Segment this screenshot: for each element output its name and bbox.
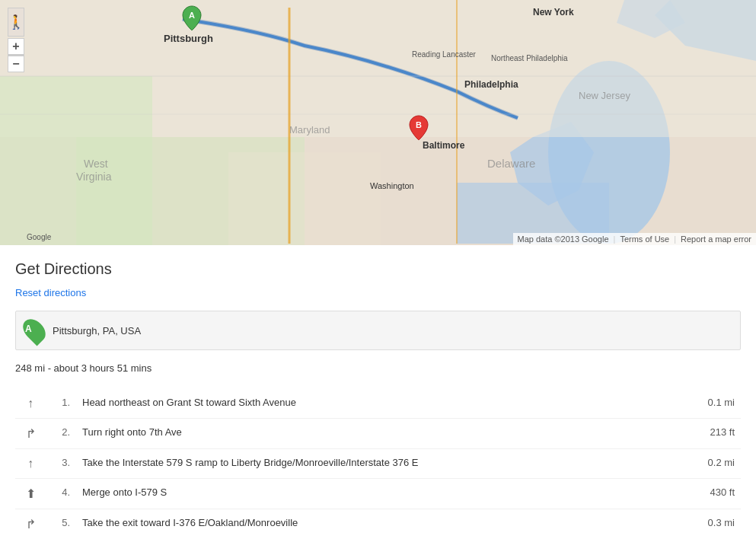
step-3-icon: ↑	[27, 457, 33, 470]
marker-a-icon	[18, 314, 49, 346]
step-distance: 0.1 mi	[674, 389, 741, 419]
step-icon-cell: ↱	[15, 509, 46, 540]
svg-text:West: West	[84, 158, 108, 170]
svg-text:B: B	[416, 120, 422, 129]
step-number: 1.	[46, 389, 76, 419]
map-data-text: Map data ©2013 Google	[518, 234, 609, 244]
table-row: ↑1.Head northeast on Grant St toward Six…	[15, 389, 741, 419]
svg-text:Northeast Philadelphia: Northeast Philadelphia	[491, 54, 568, 62]
zoom-in-button[interactable]: +	[8, 38, 24, 55]
waypoint-a-text: Pittsburgh, PA, USA	[53, 325, 141, 337]
step-number: 5.	[46, 509, 76, 540]
map-attribution: Map data ©2013 Google | Terms of Use | R…	[513, 233, 756, 245]
step-distance: 0.2 mi	[674, 449, 741, 479]
step-icon-cell: ↑	[15, 389, 46, 419]
pegman-control[interactable]: 🚶	[8, 8, 24, 37]
svg-text:Reading Lancaster: Reading Lancaster	[412, 50, 477, 59]
step-icon-cell: ⬆	[15, 479, 46, 509]
table-row: ↱5.Take the exit toward I-376 E/Oakland/…	[15, 509, 741, 540]
step-5-icon: ↱	[26, 518, 36, 531]
table-row: ⬆4.Merge onto I-579 S430 ft	[15, 479, 741, 509]
svg-text:Google: Google	[27, 233, 52, 241]
svg-text:A: A	[189, 11, 195, 20]
svg-text:Maryland: Maryland	[289, 124, 330, 136]
table-row: ↱2.Turn right onto 7th Ave213 ft	[15, 419, 741, 449]
svg-text:Pittsburgh: Pittsburgh	[164, 33, 213, 44]
svg-text:Virginia: Virginia	[76, 171, 112, 183]
step-description: Take the exit toward I-376 E/Oakland/Mon…	[76, 509, 674, 540]
reset-directions-link[interactable]: Reset directions	[15, 287, 741, 298]
step-number: 3.	[46, 449, 76, 479]
waypoint-a-marker	[25, 317, 43, 343]
table-row: ↑3.Take the Interstate 579 S ramp to Lib…	[15, 449, 741, 479]
step-number: 4.	[46, 479, 76, 509]
step-icon-cell: ↱	[15, 419, 46, 449]
step-description: Merge onto I-579 S	[76, 479, 674, 509]
step-2-icon: ↱	[26, 427, 36, 440]
zoom-out-button[interactable]: −	[8, 56, 24, 72]
svg-text:Philadelphia: Philadelphia	[464, 79, 518, 90]
distance-summary: 248 mi - about 3 hours 51 mins	[15, 359, 741, 377]
terms-of-use-link[interactable]: Terms of Use	[620, 234, 669, 244]
waypoint-a-row: Pittsburgh, PA, USA	[15, 311, 741, 350]
steps-table: ↑1.Head northeast on Grant St toward Six…	[15, 389, 741, 539]
step-description: Turn right onto 7th Ave	[76, 419, 674, 449]
svg-text:Washington: Washington	[370, 181, 414, 190]
step-description: Head northeast on Grant St toward Sixth …	[76, 389, 674, 419]
step-description: Take the Interstate 579 S ramp to Libert…	[76, 449, 674, 479]
step-4-icon: ⬆	[26, 487, 36, 500]
step-distance: 430 ft	[674, 479, 741, 509]
svg-text:New Jersey: New Jersey	[579, 90, 630, 101]
step-number: 2.	[46, 419, 76, 449]
map-controls: 🚶 + −	[8, 8, 24, 72]
svg-text:Baltimore: Baltimore	[423, 140, 465, 151]
map-container[interactable]: Pittsburgh Philadelphia Baltimore Washin…	[0, 0, 756, 245]
step-distance: 213 ft	[674, 419, 741, 449]
svg-text:New York: New York	[533, 7, 574, 18]
svg-text:Delaware: Delaware	[487, 157, 535, 170]
report-map-error-link[interactable]: Report a map error	[681, 234, 751, 244]
step-icon-cell: ↑	[15, 449, 46, 479]
directions-title: Get Directions	[15, 260, 741, 278]
step-distance: 0.3 mi	[674, 509, 741, 540]
step-1-icon: ↑	[27, 397, 33, 410]
svg-rect-9	[228, 152, 381, 245]
directions-section: Get Directions Reset directions Pittsbur…	[0, 245, 756, 547]
